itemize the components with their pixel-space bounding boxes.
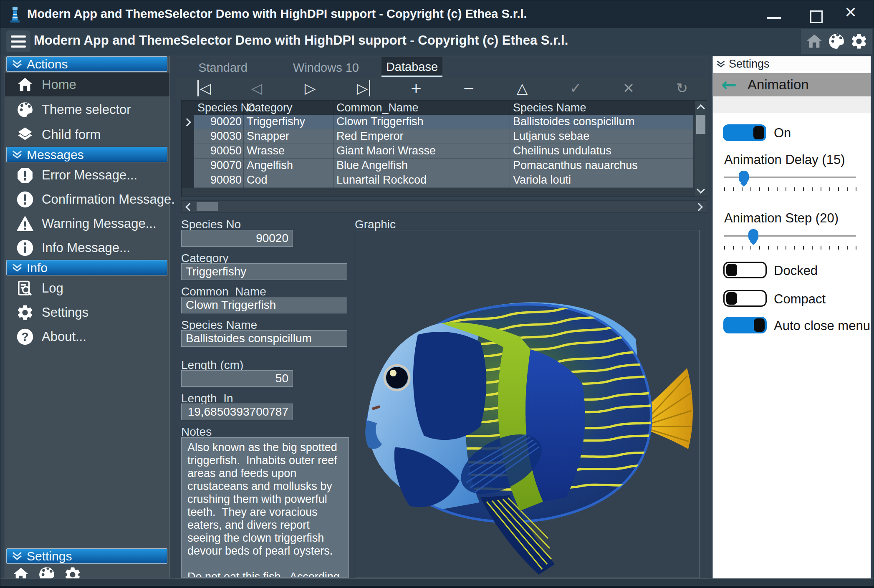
- grid-cell[interactable]: Clown Triggerfish: [336, 115, 424, 128]
- column-header[interactable]: Common_Name: [336, 101, 419, 114]
- grid-cell[interactable]: Blue Angelfish: [336, 159, 408, 172]
- layers-icon: [16, 126, 34, 144]
- palette-icon[interactable]: [827, 32, 846, 50]
- sidebar-item-error-message[interactable]: Error Message...: [5, 163, 169, 187]
- gear-icon[interactable]: [850, 32, 868, 50]
- prior-record-icon[interactable]: ◁: [243, 77, 270, 99]
- sidebar-item-log[interactable]: Log: [5, 276, 169, 300]
- tab-standard-controls[interactable]: Standard Controls: [178, 58, 268, 77]
- chevron-double-down-icon: [12, 263, 23, 273]
- sidebar-section-settings[interactable]: Settings: [6, 548, 167, 564]
- chevron-double-down-icon: [12, 551, 23, 561]
- next-record-icon[interactable]: ▷: [297, 77, 323, 99]
- auto-close-menu-toggle[interactable]: [723, 317, 767, 333]
- delay-slider-thumb[interactable]: [739, 171, 749, 183]
- insert-record-icon[interactable]: +: [403, 77, 429, 99]
- maximize-icon[interactable]: [810, 10, 823, 23]
- animation-on-toggle[interactable]: [723, 124, 766, 141]
- refresh-records-icon[interactable]: ↻: [669, 77, 695, 99]
- step-slider-track[interactable]: [724, 235, 856, 237]
- toggle-knob: [726, 264, 737, 276]
- compact-toggle[interactable]: [723, 290, 767, 307]
- grid-cell[interactable]: 90030: [196, 130, 242, 143]
- back-arrow-icon[interactable]: ←: [721, 76, 737, 94]
- sidebar-item-settings[interactable]: Settings: [5, 300, 169, 324]
- notes-field[interactable]: Also known as the big spotted triggerfis…: [181, 437, 349, 578]
- species-no-field[interactable]: [181, 230, 293, 247]
- column-divider: [243, 101, 244, 188]
- species-grid: Species No Category Common_Name Species …: [181, 100, 707, 197]
- column-divider: [333, 101, 333, 188]
- sidebar-item-child-form[interactable]: Child form: [5, 123, 169, 146]
- grid-cell[interactable]: Red Emperor: [336, 130, 404, 143]
- grid-cell[interactable]: Snapper: [247, 130, 289, 143]
- delete-record-icon[interactable]: −: [455, 77, 482, 99]
- column-header[interactable]: Species Name: [513, 101, 586, 114]
- step-slider-thumb[interactable]: [748, 229, 758, 242]
- scroll-up-icon[interactable]: [697, 104, 705, 113]
- close-icon[interactable]: ✕: [844, 4, 857, 21]
- edit-record-icon[interactable]: △: [509, 77, 536, 99]
- grid-horizontal-scrollbar[interactable]: [181, 200, 707, 213]
- grid-cell[interactable]: 90050: [196, 144, 242, 157]
- table-row[interactable]: 90050 Wrasse Giant Maori Wrasse Cheilinu…: [194, 144, 693, 159]
- grid-cell[interactable]: Cheilinus undulatus: [513, 144, 611, 157]
- grid-cell[interactable]: Lutjanus sebae: [513, 130, 589, 143]
- question-circle-icon: [16, 328, 34, 346]
- table-row[interactable]: 90020 Triggerfishy Clown Triggerfish Bal…: [194, 115, 693, 129]
- grid-cell[interactable]: 90070: [196, 159, 242, 172]
- horizontal-scroll-thumb[interactable]: [197, 202, 218, 211]
- grid-cell[interactable]: Ballistoides conspicillum: [513, 115, 634, 128]
- app-window: Modern App and ThemeSelector Demo with H…: [0, 0, 874, 588]
- grid-cell[interactable]: 90020: [196, 115, 242, 128]
- grid-vertical-scrollbar[interactable]: [695, 101, 707, 197]
- notes-label: Notes: [181, 425, 212, 439]
- minimize-icon[interactable]: [767, 17, 781, 19]
- grid-cell[interactable]: Cod: [247, 174, 268, 187]
- sidebar-item-warning-message[interactable]: Warning Message...: [5, 212, 169, 235]
- sidebar-item-theme-selector[interactable]: Theme selector: [5, 98, 169, 121]
- window-bottom-edge: [0, 586, 874, 588]
- hamburger-menu-button[interactable]: [6, 30, 30, 52]
- animation-back-bar[interactable]: ← Animation: [713, 73, 871, 96]
- species-name-field[interactable]: [181, 330, 347, 347]
- length-in-field[interactable]: [181, 404, 293, 420]
- docked-toggle[interactable]: [723, 262, 767, 278]
- table-row[interactable]: 90070 Angelfish Blue Angelfish Pomacanth…: [194, 159, 693, 173]
- tab-database[interactable]: Database: [381, 57, 442, 77]
- grid-cell[interactable]: Angelfish: [247, 159, 293, 172]
- grid-cell[interactable]: Giant Maori Wrasse: [336, 144, 436, 157]
- common-name-field[interactable]: [181, 297, 347, 313]
- cancel-edit-icon[interactable]: ✕: [615, 77, 642, 99]
- vertical-scroll-thumb[interactable]: [696, 115, 705, 134]
- home-icon[interactable]: [805, 32, 823, 50]
- scroll-left-icon[interactable]: [185, 203, 194, 211]
- grid-cell[interactable]: Variola louti: [513, 174, 571, 187]
- settings-panel-header[interactable]: Settings: [713, 56, 871, 72]
- category-field[interactable]: [181, 263, 347, 280]
- length-cm-field[interactable]: [181, 370, 293, 387]
- sidebar-section-actions[interactable]: Actions: [6, 56, 167, 72]
- sidebar-item-info-message[interactable]: Info Message...: [5, 236, 169, 260]
- sidebar-item-about[interactable]: About...: [5, 325, 169, 348]
- tab-windows-10-controls[interactable]: Windows 10 controls: [275, 58, 377, 77]
- grid-cell[interactable]: Triggerfishy: [247, 115, 305, 128]
- sidebar-section-messages[interactable]: Messages: [6, 147, 167, 162]
- first-record-icon[interactable]: ◁: [191, 77, 217, 99]
- post-edit-icon[interactable]: ✓: [562, 77, 589, 99]
- grid-row-indicator-gutter: [182, 115, 194, 188]
- scroll-down-icon[interactable]: [697, 185, 705, 194]
- sidebar-item-confirmation-message[interactable]: Confirmation Message...: [5, 187, 169, 211]
- grid-cell[interactable]: Wrasse: [247, 144, 285, 157]
- grid-cell[interactable]: Pomacanthus nauarchus: [513, 159, 638, 172]
- scroll-right-icon[interactable]: [695, 203, 703, 211]
- sidebar-item-home[interactable]: Home: [5, 73, 169, 96]
- column-header[interactable]: Category: [247, 101, 293, 114]
- last-record-icon[interactable]: ▷: [350, 77, 377, 99]
- grid-cell[interactable]: Lunartail Rockcod: [336, 174, 427, 187]
- info-circle-icon: [16, 239, 34, 257]
- table-row[interactable]: 90030 Snapper Red Emperor Lutjanus sebae: [194, 129, 693, 144]
- table-row[interactable]: 90080 Cod Lunartail Rockcod Variola lout…: [194, 173, 693, 188]
- sidebar-section-info[interactable]: Info: [6, 260, 167, 275]
- grid-cell[interactable]: 90080: [196, 174, 242, 187]
